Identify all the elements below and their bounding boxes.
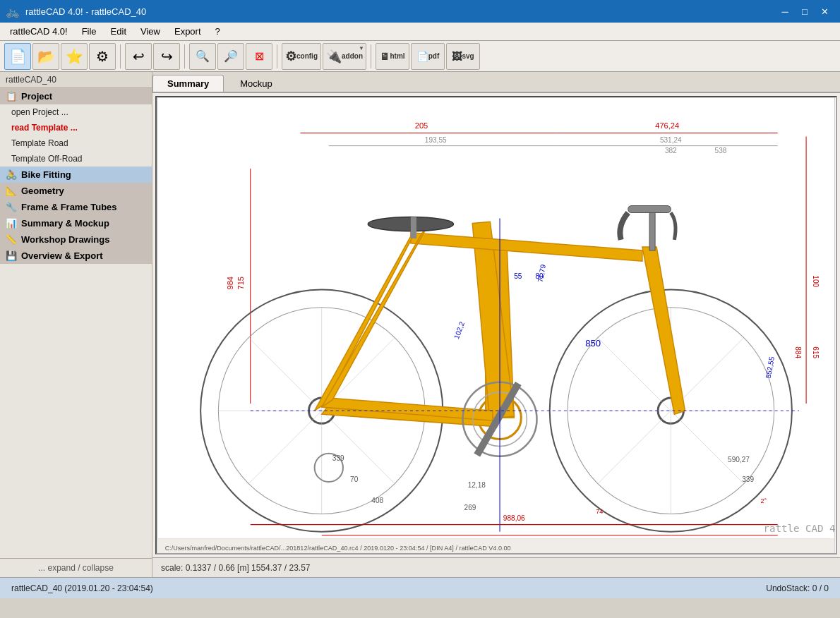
sidebar-app-title: rattleCAD_40 [0,72,152,88]
svg-text:55: 55 [514,272,522,280]
sidebar-item-open-project[interactable]: open Project ... [0,104,152,120]
svg-rect-43 [649,207,655,250]
svg-button[interactable]: 🖼 svg [446,43,480,70]
scale-info: scale: 0.1337 / 0.66 [m] 1554.37 / 23.57 [161,563,310,573]
svg-text:80: 80 [536,272,544,280]
svg-text:984: 984 [226,277,234,290]
sidebar-section-summary-mockup[interactable]: 📊 Summary & Mockup [0,215,152,231]
toolbar-sep-3 [277,44,277,68]
tab-summary[interactable]: Summary [152,75,224,92]
sidebar-section-overview-export[interactable]: 💾 Overview & Export [0,248,152,264]
bike-fitting-icon: 🚴 [6,169,17,180]
tab-mockup[interactable]: Mockup [225,75,287,92]
svg-text:100: 100 [812,275,820,287]
menu-help[interactable]: ? [208,25,227,38]
sidebar-item-template-offroad[interactable]: Template Off-Road [0,151,152,166]
svg-text:12,18: 12,18 [468,481,486,489]
open-button[interactable]: 📂 [32,43,59,70]
svg-text:193,55: 193,55 [425,136,447,144]
close-button[interactable]: ✕ [815,4,834,19]
svg-text:531,24: 531,24 [660,136,682,144]
geometry-label: Geometry [21,186,64,196]
sidebar-section-bike-fitting[interactable]: 🚴 Bike Fitting [0,166,152,183]
menu-rattlecad[interactable]: rattleCAD 4.0! [3,25,75,38]
sidebar-section-geometry[interactable]: 📐 Geometry [0,183,152,199]
expand-collapse-button[interactable]: ... expand / collapse [0,558,152,577]
sidebar-section-frame-tubes[interactable]: 🔧 Frame & Frame Tubes [0,199,152,215]
pdf-button[interactable]: 📄 pdf [411,43,445,70]
zoom-out-button[interactable]: 🔍 [189,43,216,70]
drawing-canvas[interactable]: 205 476,24 193,55 531,24 382 538 100 615… [155,96,837,555]
svg-text:382: 382 [665,147,677,154]
svg-text:70: 70 [350,475,359,483]
bike-drawing: 205 476,24 193,55 531,24 382 538 100 615… [157,97,836,553]
config-button[interactable]: ⚙ config [282,43,321,70]
svg-text:339: 339 [332,454,344,462]
bike-fitting-label: Bike Fitting [21,169,71,180]
summary-mockup-label: Summary & Mockup [21,218,109,229]
zoom-fit-button[interactable]: ⊠ [246,43,272,70]
svg-text:74: 74 [596,508,603,515]
toolbar-sep-4 [371,44,371,68]
tabs: Summary Mockup [152,72,840,93]
svg-text:988,06: 988,06 [503,514,525,522]
svg-text:476,24: 476,24 [655,121,679,130]
svg-text:615: 615 [812,346,820,358]
menu-export[interactable]: Export [167,25,208,38]
geometry-icon: 📐 [6,186,17,196]
window-controls: ─ □ ✕ [775,4,834,19]
svg-text:715: 715 [236,277,245,290]
menu-file[interactable]: File [75,25,104,38]
toolbar: 📄 📂 ⭐ ⚙ ↩ ↪ 🔍 🔎 ⊠ ⚙ config 🔌 addon ▼ 🖥 h… [0,41,840,72]
svg-text:884: 884 [794,346,802,358]
minimize-button[interactable]: ─ [775,4,795,19]
settings-button[interactable]: ⚙ [89,43,116,70]
sidebar-item-read-template[interactable]: read Template ... [0,120,152,135]
menu-edit[interactable]: Edit [104,25,133,38]
workshop-drawings-icon: 📏 [6,234,17,245]
addon-button[interactable]: 🔌 addon ▼ [323,43,366,70]
svg-text:850: 850 [585,338,601,349]
app-icon: 🚲 [6,5,20,18]
svg-text:339: 339 [742,475,754,483]
title-bar: 🚲 rattleCAD 4.0! - rattleCAD_40 ─ □ ✕ [0,0,840,23]
sidebar: rattleCAD_40 📋 Project open Project ... … [0,72,152,577]
frame-tubes-icon: 🔧 [6,202,17,212]
overview-export-label: Overview & Export [21,250,103,261]
title-text: rattleCAD 4.0! - rattleCAD_40 [25,6,146,17]
toolbar-sep-2 [184,44,185,68]
summary-mockup-icon: 📊 [6,218,17,229]
project-info: rattleCAD_40 (2019.01.20 - 23:04:54) [11,583,153,593]
menu-view[interactable]: View [133,25,167,38]
svg-text:538: 538 [715,147,727,154]
content-panel: Summary Mockup 205 476,24 193,55 531,24 … [152,72,840,577]
menu-bar: rattleCAD 4.0! File Edit View Export ? [0,23,840,41]
svg-text:590,27: 590,27 [728,456,750,464]
overview-export-icon: 💾 [6,250,17,261]
project-icon: 📋 [6,91,17,102]
frame-tubes-label: Frame & Frame Tubes [21,202,117,212]
undo-stack-info: UndoStack: 0 / 0 [766,583,829,593]
undo-button[interactable]: ↩ [125,43,152,70]
svg-rect-44 [628,205,671,212]
redo-button[interactable]: ↪ [153,43,180,70]
zoom-in-button[interactable]: 🔎 [217,43,244,70]
status-bar: scale: 0.1337 / 0.66 [m] 1554.37 / 23.57 [152,557,840,577]
bottom-bar: rattleCAD_40 (2019.01.20 - 23:04:54) Und… [0,577,840,598]
workshop-drawings-label: Workshop Drawings [21,234,109,245]
html-button[interactable]: 🖥 html [376,43,409,70]
new-button[interactable]: 📄 [4,43,31,70]
project-label: Project [21,91,52,102]
svg-text:C:/Users/manfred/Documents/rat: C:/Users/manfred/Documents/rattleCAD/...… [165,545,511,552]
toolbar-sep-1 [120,44,121,68]
svg-text:rattle CAD 4.0: rattle CAD 4.0 [764,523,836,534]
svg-text:2°: 2° [760,497,767,504]
svg-rect-42 [411,217,416,238]
maximize-button[interactable]: □ [795,4,815,19]
sidebar-section-project[interactable]: 📋 Project [0,88,152,104]
sidebar-section-workshop-drawings[interactable]: 📏 Workshop Drawings [0,231,152,248]
template-button[interactable]: ⭐ [61,43,88,70]
svg-text:269: 269 [464,504,476,511]
sidebar-item-template-road[interactable]: Template Road [0,135,152,151]
svg-text:205: 205 [415,121,428,130]
